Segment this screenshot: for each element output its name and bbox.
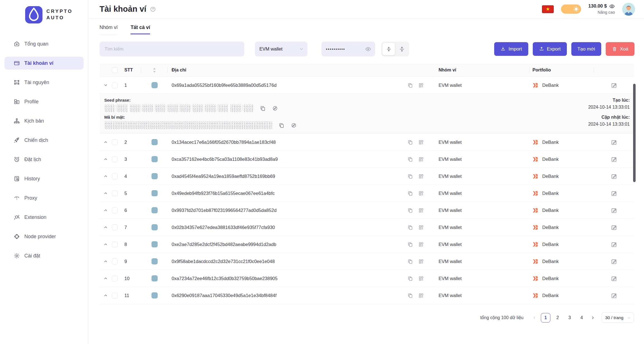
copy-seed-icon[interactable] (260, 105, 266, 111)
password-eye-icon[interactable] (365, 46, 371, 52)
wallet-type-select[interactable]: EVM wallet (255, 42, 307, 56)
row-expander-icon[interactable] (103, 225, 108, 230)
page-button-3[interactable]: 3 (565, 313, 574, 322)
qr-code-icon[interactable] (418, 139, 424, 145)
vertical-scrollbar[interactable] (633, 84, 636, 182)
sidebar-item-tai-nguyen[interactable]: Tài nguyên (4, 76, 84, 89)
copy-address-icon[interactable] (407, 276, 413, 281)
sidebar-item-history[interactable]: History (4, 172, 84, 185)
page-button-2[interactable]: 2 (553, 313, 562, 322)
edit-wallet-icon[interactable] (611, 173, 617, 180)
edit-wallet-icon[interactable] (611, 275, 617, 282)
prev-page-icon[interactable] (531, 313, 538, 322)
edit-wallet-icon[interactable] (611, 224, 617, 231)
copy-address-icon[interactable] (407, 259, 413, 264)
row-expander-icon[interactable] (103, 293, 108, 298)
row-expander-icon[interactable] (103, 140, 108, 145)
row-checkbox[interactable] (112, 276, 118, 281)
expand-rows-button[interactable] (396, 43, 408, 55)
sidebar-item-tai-khoan-vi[interactable]: Tài khoản ví (4, 57, 84, 70)
copy-address-icon[interactable] (407, 139, 413, 145)
row-expander-icon[interactable] (103, 242, 108, 247)
qr-code-icon[interactable] (418, 190, 424, 196)
copy-address-icon[interactable] (407, 293, 413, 298)
select-all-checkbox[interactable] (112, 67, 118, 73)
page-button-4[interactable]: 4 (577, 313, 586, 322)
row-expander-icon[interactable] (103, 208, 108, 213)
sidebar-item-kich-ban[interactable]: Kịch bản (4, 114, 84, 127)
debank-logo-icon (532, 139, 539, 146)
qr-code-icon[interactable] (418, 82, 424, 88)
row-checkbox[interactable] (112, 259, 118, 264)
sidebar-item-tong-quan[interactable]: Tổng quan (4, 37, 84, 50)
edit-wallet-icon[interactable] (611, 207, 617, 214)
sidebar-item-chien-dich[interactable]: Chiến dịch (4, 134, 84, 147)
reveal-secret-eye-off-icon[interactable] (291, 122, 297, 128)
qr-code-icon[interactable] (418, 259, 424, 264)
page-size-select[interactable]: 30 / trang (602, 312, 634, 323)
row-checkbox[interactable] (112, 139, 118, 145)
sidebar-item-proxy[interactable]: Proxy (4, 192, 84, 204)
qr-code-icon[interactable] (418, 224, 424, 230)
export-button[interactable]: Export (533, 42, 567, 56)
row-checkbox[interactable] (112, 82, 118, 88)
next-page-icon[interactable] (589, 313, 597, 322)
sidebar-item-node-provider[interactable]: Node provider (4, 230, 84, 243)
row-checkbox[interactable] (112, 207, 118, 213)
tab-nhom-vi[interactable]: Nhóm ví (100, 25, 118, 34)
row-checkbox[interactable] (112, 293, 118, 298)
row-expander-icon[interactable] (103, 83, 108, 88)
row-expander-icon[interactable] (103, 174, 108, 179)
edit-wallet-icon[interactable] (611, 190, 617, 197)
qr-code-icon[interactable] (418, 173, 424, 179)
language-flag-vn[interactable]: ★ (542, 5, 554, 13)
copy-address-icon[interactable] (407, 82, 413, 88)
qr-code-icon[interactable] (418, 207, 424, 213)
row-checkbox[interactable] (112, 224, 118, 230)
row-expander-icon[interactable] (103, 191, 108, 196)
edit-wallet-icon[interactable] (611, 139, 617, 145)
help-icon[interactable] (150, 6, 156, 12)
sidebar-item-dat-lich[interactable]: Đặt lịch (4, 153, 84, 166)
sort-control[interactable] (153, 68, 156, 73)
copy-address-icon[interactable] (407, 242, 413, 247)
row-checkbox[interactable] (112, 156, 118, 162)
copy-address-icon[interactable] (407, 190, 413, 196)
tab-tat-ca-vi[interactable]: Tất cả ví (131, 25, 150, 34)
copy-secret-icon[interactable] (278, 122, 285, 128)
copy-address-icon[interactable] (407, 224, 413, 230)
delete-button[interactable]: Xoá (606, 42, 634, 56)
create-button[interactable]: Tạo mới (571, 42, 601, 56)
qr-code-icon[interactable] (418, 156, 424, 162)
edit-wallet-icon[interactable] (611, 258, 617, 265)
search-input[interactable] (100, 42, 244, 56)
edit-wallet-icon[interactable] (611, 156, 617, 163)
password-field[interactable] (321, 42, 375, 56)
qr-code-icon[interactable] (418, 293, 424, 298)
copy-address-icon[interactable] (407, 207, 413, 213)
row-expander-icon[interactable] (103, 259, 108, 264)
qr-code-icon[interactable] (418, 242, 424, 247)
sidebar-item-extension[interactable]: Extension (4, 211, 84, 224)
copy-address-icon[interactable] (407, 156, 413, 162)
row-expander-icon[interactable] (103, 276, 108, 281)
row-checkbox[interactable] (112, 173, 118, 179)
avatar[interactable] (622, 3, 635, 16)
edit-wallet-icon[interactable] (611, 241, 617, 248)
sidebar-item-cai-dat[interactable]: Cài đặt (4, 249, 84, 262)
balance-visibility-eye-icon[interactable] (609, 3, 615, 9)
page-button-1[interactable]: 1 (541, 313, 550, 322)
qr-code-icon[interactable] (418, 276, 424, 281)
import-button[interactable]: Import (494, 42, 528, 56)
row-expander-icon[interactable] (103, 157, 108, 162)
password-input[interactable] (326, 47, 365, 51)
copy-address-icon[interactable] (407, 173, 413, 179)
theme-toggle[interactable] (561, 4, 581, 14)
row-checkbox[interactable] (112, 190, 118, 196)
reveal-seed-eye-off-icon[interactable] (272, 105, 278, 111)
sidebar-item-profile[interactable]: Profile (4, 95, 84, 108)
row-checkbox[interactable] (112, 242, 118, 247)
collapse-rows-button[interactable] (382, 43, 395, 55)
edit-wallet-icon[interactable] (611, 82, 617, 89)
edit-wallet-icon[interactable] (611, 292, 617, 299)
